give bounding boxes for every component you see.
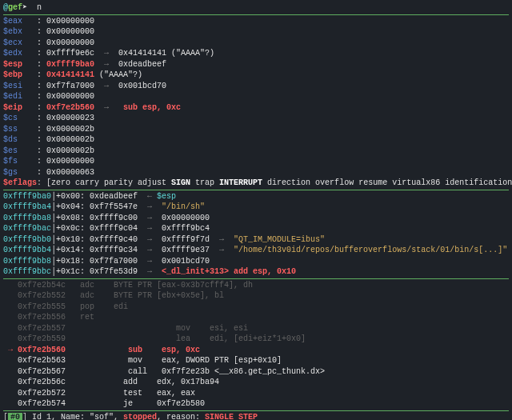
stack-value: 0xffff9c00 [90, 214, 138, 222]
command-prompt[interactable]: @gef➤ n [3, 2, 509, 14]
reg-value: 0x0000002b [46, 125, 94, 134]
disasm-args: esi, esi [210, 324, 248, 333]
disasm-op: add [123, 378, 157, 386]
disasm-row: 0xf7e2b54c adc BYTE PTR [eax-0x3b7cfff4]… [3, 280, 509, 291]
disasm-addr: 0xf7e2b555 [18, 302, 66, 311]
disasm-addr: 0xf7e2b560 [18, 346, 66, 354]
reg-value: 0x00000000 [46, 157, 94, 166]
disasm-args: edx, 0x17ba94 [157, 378, 219, 386]
disasm-addr: 0xf7e2b552 [18, 291, 66, 300]
reg-name: $edi [3, 92, 22, 101]
reg-value: 0x0000002b [46, 135, 94, 144]
disasm-addr: 0xf7e2b559 [18, 334, 66, 343]
register-row: $ds : 0x0000002b [3, 134, 509, 146]
stack-target: 0xffff9bc4 [162, 224, 210, 233]
disasm-symbol [70, 367, 128, 376]
reg-value: 0xf7fa7000 [46, 82, 94, 90]
arrow-icon: → [138, 235, 162, 244]
disasm-symbol [70, 291, 80, 300]
disasm-op: test [123, 389, 157, 398]
register-row: $esp : 0xffff9ba0 → 0xdeadbeef [3, 59, 509, 70]
reg-value: 0x00000000 [46, 92, 94, 101]
reg-target: 0xdeadbeef [118, 60, 166, 69]
register-row: $esi : 0xf7fa7000 → 0x001bcd70 [3, 81, 509, 92]
stack-row: 0xffff9bbc│+0x1c: 0xf7fe53d9 → <_dl_init… [3, 266, 509, 278]
reg-name: $esp [3, 60, 22, 69]
reg-value: 0x00000000 [46, 38, 94, 47]
arrow-icon: → [138, 267, 162, 276]
disasm-args: eax, DWORD PTR [esp+0x10] [162, 356, 282, 365]
reg-name: $es [3, 146, 18, 155]
arrow-icon: → [210, 246, 234, 254]
disasm-args: BYTE PTR [ebx+0x5e], bl [114, 291, 224, 300]
stack-string: "QT_IM_MODULE=ibus" [234, 235, 325, 244]
disasm-row: 0xf7e2b557 mov esi, esi [3, 323, 509, 334]
disasm-op: adc [80, 291, 114, 300]
arrow-icon: → [138, 246, 162, 254]
reg-name: $ds [3, 135, 18, 144]
reg-value: 0xffff9ba0 [46, 60, 94, 69]
thread-stopped: stopped [123, 413, 157, 421]
thread-row: [#0] Id 1, Name: "sof", stopped, reason:… [3, 412, 509, 421]
disasm-row: 0xf7e2b572 test eax, eax [3, 388, 509, 399]
stack-symbol: <_dl_init+313> [162, 267, 229, 276]
disasm-op: pop [80, 302, 114, 311]
register-row: $gs : 0x00000063 [3, 167, 509, 178]
disasm-symbol [70, 281, 80, 290]
reg-name: $cs [3, 114, 18, 122]
reg-name: $ebp [3, 70, 22, 79]
stack-target: 0x001bcd70 [162, 257, 210, 266]
reg-name: $eip [3, 103, 22, 112]
stack-value: 0xffff9c34 [90, 246, 138, 254]
register-row: $fs : 0x00000000 [3, 156, 509, 167]
disasm-symbol [70, 378, 123, 386]
disasm-addr: 0xf7e2b56c [18, 378, 66, 386]
disasm-row: 0xf7e2b555 pop edi [3, 302, 509, 313]
reg-value: 0x00000000 [46, 17, 94, 26]
arrow-icon: → [94, 82, 118, 90]
register-row: $ebp : 0x41414141 ("AAAA"?) [3, 70, 509, 81]
stack-target: 0x00000000 [162, 214, 210, 222]
command-input: n [37, 3, 42, 12]
reg-value: 0x00000000 [46, 27, 94, 36]
disasm-row: 0xf7e2b559 lea edi, [edi+eiz*1+0x0] [3, 334, 509, 345]
disasm-symbol [70, 324, 176, 333]
separator [3, 14, 509, 15]
register-row: $ss : 0x0000002b [3, 124, 509, 135]
register-row: $ebx : 0x00000000 [3, 26, 509, 38]
arrow-icon: → [138, 202, 162, 211]
thread-info: , reason: [157, 413, 205, 421]
arrow-icon: → [94, 103, 118, 112]
stack-value: 0xffff9c04 [90, 224, 138, 233]
arrow-icon: → [138, 224, 162, 233]
disasm-symbol [70, 334, 176, 343]
stack-value: 0xf7fe53d9 [90, 267, 138, 276]
reg-name: $eax [3, 17, 22, 26]
arrow-icon: → [138, 214, 162, 222]
disasm-row: → 0xf7e2b560 sub esp, 0xc [3, 345, 509, 356]
reg-value: 0x00000063 [46, 168, 94, 177]
register-row: $ecx : 0x00000000 [3, 38, 509, 49]
disasm-op: ret [80, 313, 114, 322]
stack-row: 0xffff9bb4│+0x14: 0xffff9c34 → 0xffff9e3… [3, 245, 509, 256]
stack-addr: 0xffff9bb8 [3, 257, 51, 266]
separator [3, 410, 509, 411]
disasm-symbol [70, 399, 123, 408]
gef-label: gef [8, 3, 22, 12]
stack-string: "/home/th3v0id/repos/bufferoverflows/sta… [234, 246, 507, 254]
stack-addr: 0xffff9bb0 [3, 235, 51, 244]
register-row: $es : 0x0000002b [3, 146, 509, 157]
register-row: $eip : 0xf7e2b560 → sub esp, 0xc [3, 102, 509, 114]
disasm-op: lea [176, 334, 210, 343]
reg-name: $fs [3, 157, 18, 166]
reg-value: 0x41414141 [46, 70, 94, 79]
stack-row: 0xffff9ba8│+0x08: 0xffff9c00 → 0x0000000… [3, 213, 509, 224]
disasm-symbol [70, 313, 80, 322]
reg-value: 0xf7e2b560 [46, 103, 94, 112]
stack-tag: $esp [157, 192, 176, 201]
reg-name: $ecx [3, 38, 22, 47]
eflags-label: $eflags [3, 178, 37, 187]
eflags-text: trap [190, 178, 219, 187]
disasm-addr: 0xf7e2b557 [18, 324, 66, 333]
stack-value: 0xf7f5547e [90, 202, 138, 211]
